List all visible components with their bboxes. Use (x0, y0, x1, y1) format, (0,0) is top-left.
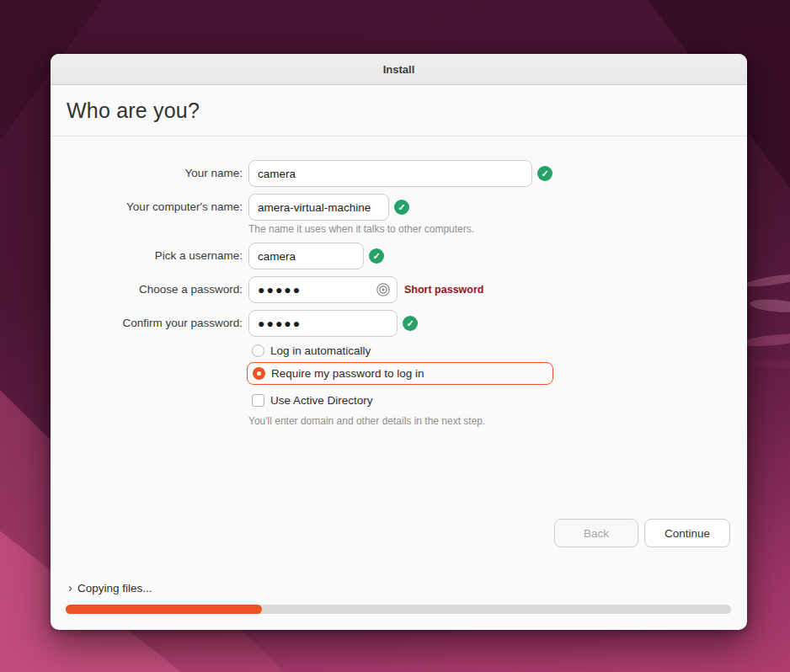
username-input[interactable] (248, 243, 364, 269)
password-label: Choose a password: (139, 276, 243, 303)
your-name-valid-check-icon: ✓ (537, 166, 552, 181)
username-label: Pick a username: (155, 243, 243, 269)
install-progress-bar (66, 605, 731, 614)
require-password-radio[interactable]: Require my password to log in (247, 362, 553, 385)
window-titlebar[interactable]: Install (51, 54, 747, 85)
checkbox-unchecked-icon (252, 394, 264, 407)
confirm-password-label: Confirm your password: (122, 310, 243, 337)
back-button[interactable]: Back (554, 519, 638, 547)
use-active-directory-checkbox[interactable]: Use Active Directory (252, 394, 373, 407)
login-automatically-radio[interactable]: Log in automatically (252, 344, 371, 357)
page-title: Who are you? (67, 99, 200, 123)
radio-selected-icon (253, 367, 265, 380)
login-automatically-label: Log in automatically (270, 344, 371, 357)
confirm-password-input[interactable] (248, 310, 398, 337)
computer-name-helper-text: The name it uses when it talks to other … (248, 223, 474, 235)
short-password-warning: Short password (404, 276, 483, 303)
window-title: Install (383, 63, 415, 76)
computer-name-input[interactable] (248, 194, 389, 221)
chevron-right-icon: › (68, 581, 72, 595)
desktop: { "titlebar": { "title": "Install" }, "p… (0, 0, 790, 672)
copying-files-expander[interactable]: › Copying files... (68, 581, 152, 595)
username-valid-check-icon: ✓ (369, 248, 384, 264)
copying-files-label: Copying files... (77, 582, 152, 595)
wallpaper-jellyfish-streak (741, 333, 790, 348)
page-header: Who are you? (51, 85, 747, 136)
radio-unselected-icon (252, 344, 264, 357)
your-name-input[interactable] (248, 160, 532, 187)
wallpaper-jellyfish-streak (745, 272, 790, 289)
computer-name-valid-check-icon: ✓ (394, 200, 409, 215)
confirm-password-valid-check-icon: ✓ (403, 316, 418, 331)
require-password-label: Require my password to log in (271, 367, 424, 380)
installer-window: Install Who are you? Your name: ✓ Your c… (51, 54, 747, 630)
use-active-directory-label: Use Active Directory (270, 394, 373, 407)
wallpaper-jellyfish-streak (751, 359, 790, 371)
install-progress-fill (66, 605, 262, 614)
wallpaper-jellyfish-streak (749, 297, 790, 314)
continue-button[interactable]: Continue (644, 519, 730, 547)
reveal-password-eye-icon[interactable] (376, 282, 391, 297)
active-directory-helper-text: You'll enter domain and other details in… (248, 415, 485, 427)
computer-name-label: Your computer's name: (126, 194, 243, 221)
your-name-label: Your name: (184, 160, 243, 187)
